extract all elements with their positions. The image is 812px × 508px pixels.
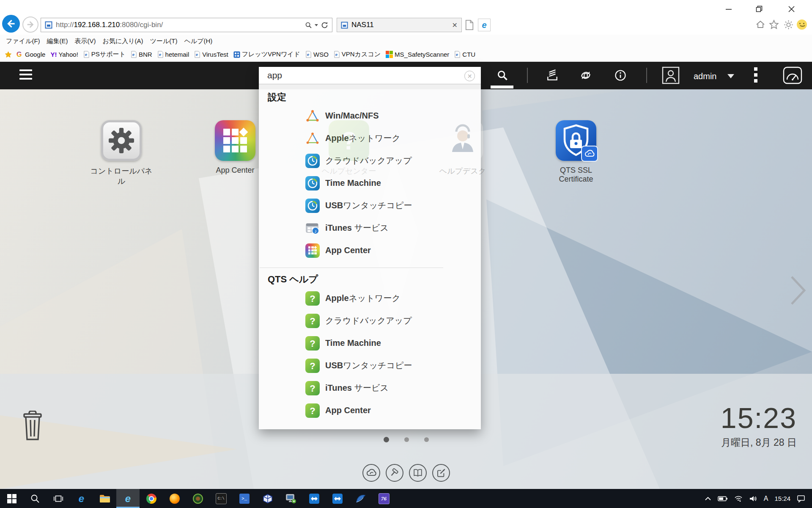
tab-close-icon[interactable]: ✕ <box>452 21 458 29</box>
desktop-icon-helpdesk[interactable]: ヘルプデスク <box>429 120 497 176</box>
internet-explorer-icon: e <box>125 493 131 505</box>
help-itunes-service[interactable]: ? iTunes サービス <box>259 377 481 399</box>
task-view-button[interactable] <box>47 489 70 508</box>
taskbar-search-button[interactable] <box>23 489 47 508</box>
external-device-button[interactable] <box>579 68 593 83</box>
qts-search-field[interactable]: ✕ <box>259 67 481 84</box>
user-avatar[interactable] <box>662 66 680 84</box>
clock-time: 15:23 <box>721 401 797 434</box>
taskbar-green-app[interactable] <box>186 489 209 508</box>
menu-favorites[interactable]: お気に入り(A) <box>103 37 143 45</box>
dashboard-button[interactable] <box>783 66 802 84</box>
clear-search-icon[interactable]: ✕ <box>464 71 475 81</box>
manual-button[interactable] <box>409 464 427 482</box>
next-desktop-page-button[interactable] <box>789 274 807 306</box>
notification-info-button[interactable] <box>614 69 627 82</box>
home-button[interactable] <box>754 19 766 30</box>
menu-help[interactable]: ヘルプ(H) <box>184 37 212 45</box>
volume-icon[interactable] <box>749 495 757 502</box>
search-input[interactable] <box>259 67 481 84</box>
taskbar-edge[interactable]: e <box>70 489 93 508</box>
back-button[interactable] <box>2 15 20 33</box>
help-apple-network[interactable]: ? Appleネットワーク <box>259 287 481 309</box>
favorite-yahoo[interactable]: Y! Yahoo! <box>49 51 79 58</box>
virtualbox-icon <box>263 494 273 504</box>
favorite-ps-support[interactable]: e PSサポート <box>82 50 127 58</box>
desktop-icon-ssl-certificate[interactable]: QTS SSL Certificate <box>542 120 610 184</box>
action-center-icon[interactable] <box>797 495 805 502</box>
favorite-flets-vpn[interactable]: フレッツVPNワイド <box>232 50 302 58</box>
more-options-button[interactable] <box>754 67 757 85</box>
menu-tools[interactable]: ツール(T) <box>150 37 178 45</box>
taskbar-firefox[interactable] <box>163 489 186 508</box>
favorite-bnr[interactable]: e BNR <box>129 51 154 58</box>
desktop-icon-help-center[interactable]: ? ヘルプセンター <box>315 120 383 176</box>
menu-view[interactable]: 表示(V) <box>75 37 96 45</box>
result-app-center[interactable]: App Center <box>259 239 481 262</box>
taskbar-powershell[interactable]: >_ <box>233 489 256 508</box>
wifi-icon[interactable] <box>734 495 743 502</box>
favorite-ms-safetyscanner[interactable]: MS_SafetyScanner <box>384 51 450 58</box>
help-time-machine[interactable]: ? Time Machine <box>259 332 481 354</box>
feedback-button[interactable] <box>432 464 450 482</box>
taskbar-hidemaru[interactable]: 76 <box>372 489 395 508</box>
taskbar-teamviewer-2[interactable] <box>326 489 349 508</box>
close-button[interactable] <box>782 3 801 15</box>
open-edge-button[interactable]: e <box>478 19 491 31</box>
taskbar-wireshark[interactable] <box>349 489 372 508</box>
page-dot-active[interactable] <box>384 437 389 442</box>
username-label[interactable]: admin <box>694 68 716 85</box>
refresh-icon[interactable] <box>321 21 329 29</box>
desktop-icon-control-panel[interactable]: コントロールパネル <box>88 120 155 186</box>
help-app-center[interactable]: ? App Center <box>259 399 481 422</box>
url-text[interactable]: http://192.168.1.210:8080/cgi-bin/ <box>56 21 305 29</box>
taskbar-virtualbox[interactable] <box>256 489 279 508</box>
new-tab-button[interactable] <box>464 19 475 30</box>
minimize-button[interactable] <box>719 3 738 15</box>
page-dot[interactable] <box>404 437 409 442</box>
search-dropdown-caret-icon[interactable] <box>315 24 318 26</box>
feedback-button[interactable] <box>796 19 808 30</box>
taskbar-remote-desktop[interactable] <box>279 489 302 508</box>
help-usb-copy[interactable]: ? USBワンタッチコピー <box>259 354 481 377</box>
browser-tab[interactable]: NAS11 ✕ <box>337 18 462 32</box>
taskbar-teamviewer-1[interactable] <box>302 489 326 508</box>
favorite-virustest[interactable]: e VirusTest <box>193 51 229 58</box>
tray-chevron-icon[interactable] <box>705 496 711 501</box>
menu-edit[interactable]: 編集(E) <box>47 37 68 45</box>
user-menu-caret-icon[interactable] <box>727 74 734 78</box>
help-cloud-backup[interactable]: ? クラウドバックアップ <box>259 309 481 332</box>
battery-icon[interactable] <box>718 496 728 502</box>
favorites-button[interactable] <box>768 19 780 30</box>
myqnapcloud-button[interactable] <box>362 464 380 482</box>
taskbar-clock[interactable]: 15:24 <box>774 495 790 502</box>
qts-search-button[interactable] <box>497 69 508 81</box>
search-icon[interactable] <box>305 22 312 29</box>
background-tasks-button[interactable] <box>546 69 559 82</box>
taskbar-chrome[interactable] <box>140 489 163 508</box>
result-usb-copy[interactable]: USBワンタッチコピー <box>259 194 481 217</box>
start-button[interactable] <box>0 489 23 508</box>
settings-button[interactable] <box>782 19 794 30</box>
svg-text:♪: ♪ <box>314 228 317 234</box>
favorite-wso[interactable]: e WSO <box>304 51 330 58</box>
favorite-vpn-custom[interactable]: e VPNカスコン <box>332 50 382 58</box>
forward-button[interactable] <box>22 17 38 33</box>
teamviewer-icon <box>309 494 319 504</box>
taskbar-cmd[interactable]: C:\ <box>209 489 233 508</box>
address-bar[interactable]: http://192.168.1.210:8080/cgi-bin/ <box>41 18 332 32</box>
menu-file[interactable]: ファイル(F) <box>6 37 40 45</box>
favorite-ctu[interactable]: e CTU <box>453 51 477 58</box>
taskbar-file-explorer[interactable] <box>93 489 116 508</box>
favorite-hetemail[interactable]: e hetemail <box>156 51 191 58</box>
favorite-google[interactable]: G Google <box>15 51 47 58</box>
restore-button[interactable] <box>749 3 769 15</box>
favorites-star-icon[interactable] <box>4 51 12 58</box>
result-itunes-service[interactable]: ♪ iTunes サービス <box>259 217 481 239</box>
main-menu-button[interactable] <box>19 69 32 82</box>
gauge-icon <box>783 66 802 84</box>
ime-indicator[interactable]: A <box>764 495 768 502</box>
taskbar-internet-explorer-active[interactable]: e <box>116 489 140 508</box>
page-dot[interactable] <box>424 437 429 442</box>
utilities-button[interactable] <box>386 464 403 482</box>
